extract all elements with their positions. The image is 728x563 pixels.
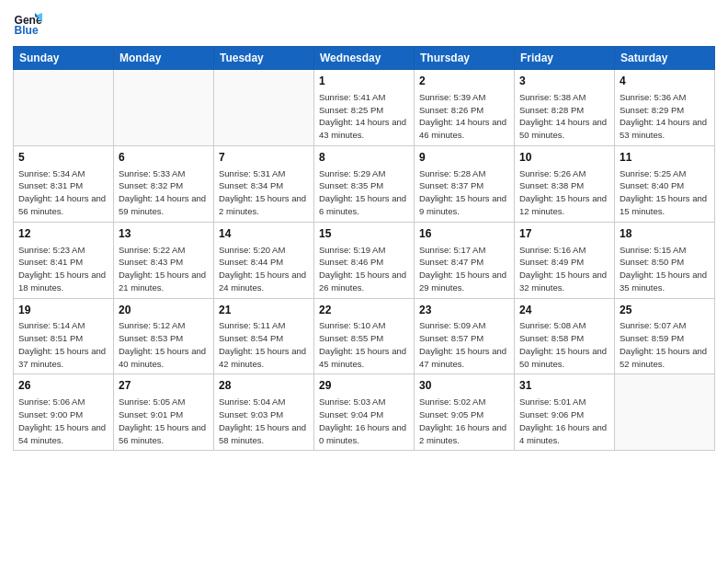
day-number: 11 (620, 150, 710, 166)
weekday-friday: Friday (515, 47, 615, 70)
weekday-thursday: Thursday (415, 47, 515, 70)
day-cell: 4Sunrise: 5:36 AM Sunset: 8:29 PM Daylig… (615, 70, 715, 146)
day-number: 12 (18, 226, 108, 242)
day-number: 6 (119, 150, 209, 166)
day-cell (214, 70, 314, 146)
week-row-5: 26Sunrise: 5:06 AM Sunset: 9:00 PM Dayli… (14, 374, 715, 451)
day-info: Sunrise: 5:26 AM Sunset: 8:38 PM Dayligh… (519, 167, 609, 218)
day-cell: 24Sunrise: 5:08 AM Sunset: 8:58 PM Dayli… (515, 298, 615, 374)
calendar-page: General Blue SundayMondayTuesdayWednesda… (0, 0, 728, 464)
day-number: 25 (620, 303, 710, 318)
day-info: Sunrise: 5:41 AM Sunset: 8:25 PM Dayligh… (319, 91, 409, 142)
day-number: 3 (519, 74, 609, 89)
day-number: 24 (519, 303, 609, 318)
day-cell: 16Sunrise: 5:17 AM Sunset: 8:47 PM Dayli… (415, 222, 515, 298)
day-info: Sunrise: 5:11 AM Sunset: 8:54 PM Dayligh… (219, 319, 309, 370)
day-number: 5 (18, 150, 108, 166)
weekday-monday: Monday (114, 47, 214, 70)
day-info: Sunrise: 5:10 AM Sunset: 8:55 PM Dayligh… (319, 319, 409, 370)
day-cell (14, 70, 114, 146)
day-cell: 27Sunrise: 5:05 AM Sunset: 9:01 PM Dayli… (114, 374, 214, 451)
day-number: 18 (620, 226, 710, 242)
day-cell: 8Sunrise: 5:29 AM Sunset: 8:35 PM Daylig… (314, 145, 415, 222)
day-number: 28 (219, 378, 309, 394)
day-info: Sunrise: 5:25 AM Sunset: 8:40 PM Dayligh… (620, 167, 710, 218)
day-cell: 14Sunrise: 5:20 AM Sunset: 8:44 PM Dayli… (214, 222, 314, 298)
day-info: Sunrise: 5:15 AM Sunset: 8:50 PM Dayligh… (620, 244, 710, 294)
day-number: 9 (419, 150, 509, 166)
day-cell: 23Sunrise: 5:09 AM Sunset: 8:57 PM Dayli… (415, 298, 515, 374)
day-cell: 2Sunrise: 5:39 AM Sunset: 8:26 PM Daylig… (415, 70, 515, 146)
day-cell: 29Sunrise: 5:03 AM Sunset: 9:04 PM Dayli… (314, 374, 415, 451)
day-info: Sunrise: 5:05 AM Sunset: 9:01 PM Dayligh… (119, 396, 209, 446)
day-number: 31 (519, 378, 609, 394)
day-info: Sunrise: 5:01 AM Sunset: 9:06 PM Dayligh… (519, 396, 609, 446)
day-info: Sunrise: 5:06 AM Sunset: 9:00 PM Dayligh… (18, 396, 108, 446)
day-cell (114, 70, 214, 146)
header: General Blue (13, 9, 715, 39)
day-info: Sunrise: 5:09 AM Sunset: 8:57 PM Dayligh… (419, 319, 509, 370)
weekday-wednesday: Wednesday (314, 47, 415, 70)
day-info: Sunrise: 5:08 AM Sunset: 8:58 PM Dayligh… (519, 319, 609, 370)
day-cell: 17Sunrise: 5:16 AM Sunset: 8:49 PM Dayli… (515, 222, 615, 298)
day-number: 2 (419, 74, 509, 89)
day-number: 7 (219, 150, 309, 166)
day-number: 20 (119, 303, 209, 318)
day-cell: 12Sunrise: 5:23 AM Sunset: 8:41 PM Dayli… (14, 222, 114, 298)
day-info: Sunrise: 5:07 AM Sunset: 8:59 PM Dayligh… (620, 319, 710, 370)
weekday-sunday: Sunday (14, 47, 114, 70)
day-number: 17 (519, 226, 609, 242)
day-cell: 11Sunrise: 5:25 AM Sunset: 8:40 PM Dayli… (615, 145, 715, 222)
day-info: Sunrise: 5:02 AM Sunset: 9:05 PM Dayligh… (419, 396, 509, 446)
weekday-tuesday: Tuesday (214, 47, 314, 70)
day-cell: 18Sunrise: 5:15 AM Sunset: 8:50 PM Dayli… (615, 222, 715, 298)
day-number: 13 (119, 226, 209, 242)
day-info: Sunrise: 5:38 AM Sunset: 8:28 PM Dayligh… (519, 91, 609, 142)
day-number: 10 (519, 150, 609, 166)
weekday-header-row: SundayMondayTuesdayWednesdayThursdayFrid… (14, 47, 715, 70)
day-info: Sunrise: 5:22 AM Sunset: 8:43 PM Dayligh… (119, 244, 209, 294)
week-row-4: 19Sunrise: 5:14 AM Sunset: 8:51 PM Dayli… (14, 298, 715, 374)
logo: General Blue (13, 9, 42, 39)
day-cell: 19Sunrise: 5:14 AM Sunset: 8:51 PM Dayli… (14, 298, 114, 374)
day-info: Sunrise: 5:23 AM Sunset: 8:41 PM Dayligh… (18, 244, 108, 294)
day-cell: 30Sunrise: 5:02 AM Sunset: 9:05 PM Dayli… (415, 374, 515, 451)
day-cell: 15Sunrise: 5:19 AM Sunset: 8:46 PM Dayli… (314, 222, 415, 298)
day-info: Sunrise: 5:04 AM Sunset: 9:03 PM Dayligh… (219, 396, 309, 446)
day-cell: 28Sunrise: 5:04 AM Sunset: 9:03 PM Dayli… (214, 374, 314, 451)
day-cell: 26Sunrise: 5:06 AM Sunset: 9:00 PM Dayli… (14, 374, 114, 451)
day-cell: 1Sunrise: 5:41 AM Sunset: 8:25 PM Daylig… (314, 70, 415, 146)
day-info: Sunrise: 5:39 AM Sunset: 8:26 PM Dayligh… (419, 91, 509, 142)
day-number: 16 (419, 226, 509, 242)
week-row-1: 1Sunrise: 5:41 AM Sunset: 8:25 PM Daylig… (14, 70, 715, 146)
day-cell: 7Sunrise: 5:31 AM Sunset: 8:34 PM Daylig… (214, 145, 314, 222)
day-cell: 13Sunrise: 5:22 AM Sunset: 8:43 PM Dayli… (114, 222, 214, 298)
day-number: 14 (219, 226, 309, 242)
day-info: Sunrise: 5:36 AM Sunset: 8:29 PM Dayligh… (620, 91, 710, 142)
day-number: 21 (219, 303, 309, 318)
day-number: 26 (18, 378, 108, 394)
day-cell (615, 374, 715, 451)
weekday-saturday: Saturday (615, 47, 715, 70)
day-cell: 9Sunrise: 5:28 AM Sunset: 8:37 PM Daylig… (415, 145, 515, 222)
day-number: 8 (319, 150, 409, 166)
day-cell: 20Sunrise: 5:12 AM Sunset: 8:53 PM Dayli… (114, 298, 214, 374)
day-cell: 3Sunrise: 5:38 AM Sunset: 8:28 PM Daylig… (515, 70, 615, 146)
day-number: 29 (319, 378, 409, 394)
day-cell: 21Sunrise: 5:11 AM Sunset: 8:54 PM Dayli… (214, 298, 314, 374)
day-info: Sunrise: 5:33 AM Sunset: 8:32 PM Dayligh… (119, 167, 209, 218)
day-number: 27 (119, 378, 209, 394)
day-info: Sunrise: 5:16 AM Sunset: 8:49 PM Dayligh… (519, 244, 609, 294)
week-row-2: 5Sunrise: 5:34 AM Sunset: 8:31 PM Daylig… (14, 145, 715, 222)
svg-text:Blue: Blue (15, 24, 39, 37)
day-number: 15 (319, 226, 409, 242)
day-info: Sunrise: 5:31 AM Sunset: 8:34 PM Dayligh… (219, 167, 309, 218)
day-info: Sunrise: 5:34 AM Sunset: 8:31 PM Dayligh… (18, 167, 108, 218)
logo-icon: General Blue (13, 9, 42, 39)
day-number: 1 (319, 74, 409, 89)
day-cell: 25Sunrise: 5:07 AM Sunset: 8:59 PM Dayli… (615, 298, 715, 374)
day-info: Sunrise: 5:17 AM Sunset: 8:47 PM Dayligh… (419, 244, 509, 294)
day-info: Sunrise: 5:19 AM Sunset: 8:46 PM Dayligh… (319, 244, 409, 294)
day-number: 4 (620, 74, 710, 89)
day-number: 30 (419, 378, 509, 394)
